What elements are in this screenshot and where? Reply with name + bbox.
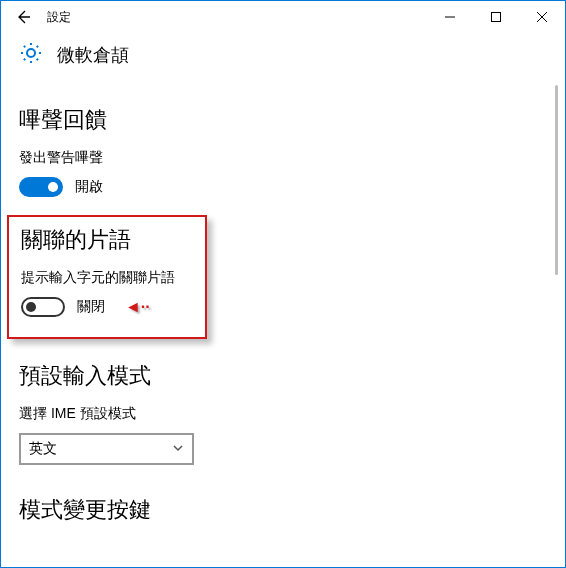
arrow-left-icon (15, 9, 31, 25)
svg-rect-0 (492, 13, 501, 22)
minimize-icon (445, 12, 455, 22)
page-title: 微軟倉頡 (57, 43, 129, 67)
minimize-button[interactable] (427, 1, 473, 33)
default-mode-label: 選擇 IME 預設模式 (19, 405, 547, 423)
section-beep-title: 嗶聲回饋 (19, 105, 547, 135)
maximize-button[interactable] (473, 1, 519, 33)
annotation-arrow-icon: ◄·· (125, 298, 150, 316)
assoc-toggle[interactable] (21, 297, 65, 317)
section-assoc-title: 關聯的片語 (21, 225, 193, 255)
page-header: 微軟倉頡 (1, 33, 565, 83)
close-icon (537, 12, 547, 22)
chevron-down-icon (172, 442, 184, 457)
scrollbar[interactable] (553, 85, 563, 557)
assoc-toggle-row: 關閉 ◄·· (21, 297, 193, 317)
section-default-mode-title: 預設輸入模式 (19, 361, 547, 391)
assoc-toggle-state: 關閉 (77, 298, 105, 316)
default-mode-select[interactable]: 英文 (19, 433, 194, 465)
beep-label: 發出警告嗶聲 (19, 149, 547, 167)
window-title: 設定 (47, 9, 71, 26)
back-button[interactable] (5, 1, 41, 33)
highlight-box: 關聯的片語 提示輸入字元的關聯片語 關閉 ◄·· (7, 215, 207, 339)
window-controls (427, 1, 565, 33)
close-button[interactable] (519, 1, 565, 33)
maximize-icon (491, 12, 501, 22)
beep-toggle-state: 開啟 (75, 178, 103, 196)
gear-icon (19, 41, 43, 69)
content-area: 嗶聲回饋 發出警告嗶聲 開啟 關聯的片語 提示輸入字元的關聯片語 關閉 ◄·· … (1, 83, 565, 568)
assoc-label: 提示輸入字元的關聯片語 (21, 269, 193, 287)
section-mode-key-title: 模式變更按鍵 (19, 495, 547, 525)
beep-toggle-row: 開啟 (19, 177, 547, 197)
default-mode-value: 英文 (29, 440, 57, 458)
beep-toggle[interactable] (19, 177, 63, 197)
scrollbar-thumb[interactable] (555, 85, 558, 275)
